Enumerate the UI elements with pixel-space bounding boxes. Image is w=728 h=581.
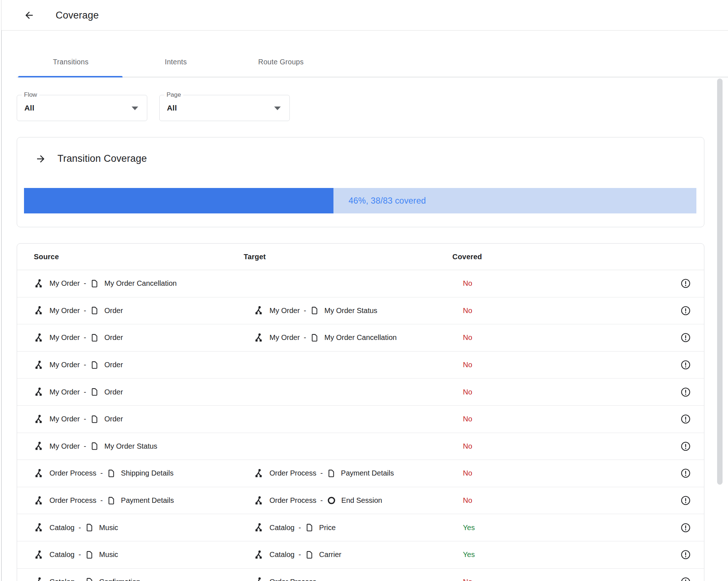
row-info[interactable] (681, 279, 704, 288)
flow-icon (254, 550, 263, 560)
row-info[interactable] (681, 387, 704, 397)
covered-value: No (463, 578, 472, 581)
flow-name: Order Process (49, 496, 96, 505)
flow-icon (254, 523, 263, 532)
table-row: My Order-Order No (17, 406, 704, 433)
flow-name: Order Process (269, 469, 316, 477)
coverage-card-header: Transition Coverage (35, 153, 147, 164)
source-entity: My Order-My Order Cancellation (34, 279, 177, 288)
flow-icon (34, 360, 43, 370)
column-header-covered: Covered (452, 253, 532, 261)
flow-icon (34, 577, 43, 581)
covered-value: No (463, 469, 472, 477)
covered-cell: Yes (452, 550, 532, 559)
flow-name: My Order (49, 442, 80, 450)
row-info[interactable] (681, 550, 704, 560)
target-entity: Order Process-Payment Details (254, 469, 394, 478)
tab-intents[interactable]: Intents (123, 31, 228, 77)
source-cell: My Order-Order (17, 387, 244, 397)
row-info[interactable] (681, 441, 704, 451)
covered-cell: No (452, 279, 532, 288)
covered-cell: No (452, 306, 532, 315)
target-cell: Order Process-Payment Details (244, 469, 452, 478)
error-outline-icon (681, 306, 691, 316)
source-cell: Catalog-Music (17, 523, 244, 532)
flow-name: My Order (49, 361, 80, 369)
page-icon (310, 306, 319, 315)
table-row: My Order-Order No (17, 378, 704, 406)
tab-transitions[interactable]: Transitions (18, 31, 123, 77)
covered-value: No (463, 496, 472, 504)
target-entity: Order Process-End Session (254, 496, 382, 505)
page-name: Music (99, 524, 118, 532)
page-icon (90, 361, 99, 369)
page-icon (85, 523, 94, 532)
page-icon (90, 279, 99, 288)
flow-filter-select[interactable]: Flow All (17, 95, 147, 121)
tab-bar: Transitions Intents Route Groups (1, 31, 728, 77)
flow-icon (34, 496, 43, 505)
coverage-progress-bar: 46%, 38/83 covered (24, 188, 696, 213)
page-name: Order (104, 361, 123, 369)
separator: - (320, 496, 323, 505)
flow-icon (254, 469, 263, 478)
source-cell: Catalog-Music (17, 550, 244, 560)
row-info[interactable] (681, 306, 704, 316)
page-icon (90, 442, 99, 450)
flow-name: My Order (269, 306, 300, 315)
page-filter-label: Page (164, 91, 183, 99)
active-tab-indicator (18, 76, 123, 77)
page-filter-select[interactable]: Page All (159, 95, 290, 121)
flow-icon (254, 306, 263, 315)
error-outline-icon (681, 360, 691, 370)
error-outline-icon (681, 333, 691, 342)
table-row: Order Process-Shipping Details Order Pro… (17, 460, 704, 487)
row-info[interactable] (681, 360, 704, 370)
back-button[interactable] (23, 9, 36, 22)
page-name: Confirmation (99, 578, 140, 581)
table-header-row: Source Target Covered (17, 244, 704, 270)
covered-value: No (463, 361, 472, 369)
page-icon (90, 306, 99, 315)
covered-value: No (463, 279, 472, 287)
target-cell: Order Process-End Session (244, 496, 452, 505)
flow-icon (34, 279, 43, 288)
row-info[interactable] (681, 496, 704, 505)
flow-icon (34, 414, 43, 424)
source-cell: My Order-Order (17, 414, 244, 424)
page-name: Order (104, 306, 123, 315)
row-info[interactable] (681, 577, 704, 581)
table-row: My Order-Order My Order-My Order Status … (17, 297, 704, 325)
dropdown-arrow-icon (274, 107, 281, 110)
row-info[interactable] (681, 333, 704, 342)
row-info[interactable] (681, 523, 704, 533)
page-icon (90, 333, 99, 342)
flow-icon (34, 523, 43, 532)
row-info[interactable] (681, 468, 704, 478)
table-row: Catalog-Music Catalog-Carrier Yes (17, 541, 704, 569)
table-row: Catalog-Music Catalog-Price Yes (17, 514, 704, 541)
flow-name: My Order (49, 415, 80, 423)
vertical-scrollbar-thumb[interactable] (717, 79, 723, 485)
app-header: Coverage (1, 0, 728, 31)
table-row: My Order-Order No (17, 352, 704, 379)
page-icon (327, 469, 336, 478)
flow-icon (34, 306, 43, 315)
source-cell: My Order-My Order Status (17, 441, 244, 451)
covered-cell: No (452, 388, 532, 396)
covered-cell: No (452, 333, 532, 342)
row-info[interactable] (681, 414, 704, 424)
error-outline-icon (681, 468, 691, 478)
coverage-card-title: Transition Coverage (57, 153, 147, 164)
source-entity: My Order-Order (34, 414, 123, 424)
separator: - (84, 388, 86, 396)
transition-coverage-card: Transition Coverage 46%, 38/83 covered (17, 137, 704, 227)
flow-name: Order Process (49, 469, 96, 477)
separator: - (299, 550, 301, 559)
error-outline-icon (681, 387, 691, 397)
coverage-table-body: My Order-My Order Cancellation No My Ord… (17, 270, 704, 581)
tab-route-groups[interactable]: Route Groups (228, 31, 333, 77)
separator: - (100, 469, 103, 477)
flow-name: Catalog (49, 578, 75, 581)
forward-arrow-icon (35, 153, 46, 164)
